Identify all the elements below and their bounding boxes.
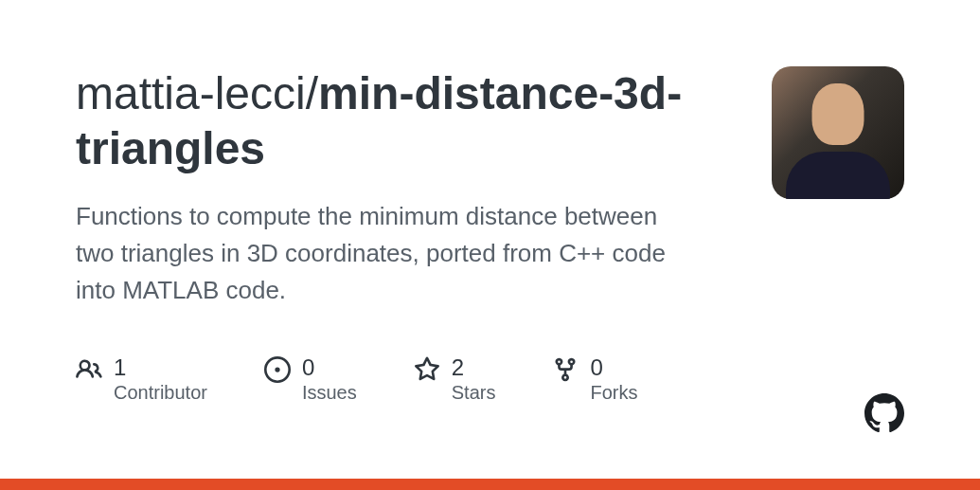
issues-value: 0 xyxy=(302,354,357,382)
issue-icon xyxy=(264,356,291,383)
header: mattia-lecci/min-distance-3d-triangles F… xyxy=(76,66,904,309)
slash-separator: / xyxy=(306,68,318,118)
fork-icon xyxy=(552,356,579,383)
repo-card: mattia-lecci/min-distance-3d-triangles F… xyxy=(0,0,980,490)
stat-stars[interactable]: 2 Stars xyxy=(414,354,496,404)
stat-issues[interactable]: 0 Issues xyxy=(264,354,357,404)
stat-text: 0 Issues xyxy=(302,354,357,404)
accent-bar xyxy=(0,479,980,490)
repo-title: mattia-lecci/min-distance-3d-triangles xyxy=(76,66,734,175)
avatar[interactable] xyxy=(772,66,904,199)
stat-text: 2 Stars xyxy=(452,354,496,404)
forks-value: 0 xyxy=(590,354,637,382)
contributors-value: 1 xyxy=(114,354,207,382)
repo-owner[interactable]: mattia-lecci xyxy=(76,68,306,118)
people-icon xyxy=(76,356,102,383)
title-block: mattia-lecci/min-distance-3d-triangles F… xyxy=(76,66,734,309)
stars-label: Stars xyxy=(452,382,496,404)
stat-text: 0 Forks xyxy=(590,354,637,404)
star-icon xyxy=(414,356,440,383)
forks-label: Forks xyxy=(590,382,637,404)
github-logo-icon[interactable] xyxy=(864,393,904,433)
issues-label: Issues xyxy=(302,382,357,404)
contributors-label: Contributor xyxy=(114,382,207,404)
stat-forks[interactable]: 0 Forks xyxy=(552,354,637,404)
stat-text: 1 Contributor xyxy=(114,354,207,404)
stat-contributors[interactable]: 1 Contributor xyxy=(76,354,207,404)
repo-description: Functions to compute the minimum distanc… xyxy=(76,198,691,309)
stats-row: 1 Contributor 0 Issues 2 Stars xyxy=(76,354,904,404)
stars-value: 2 xyxy=(452,354,496,382)
